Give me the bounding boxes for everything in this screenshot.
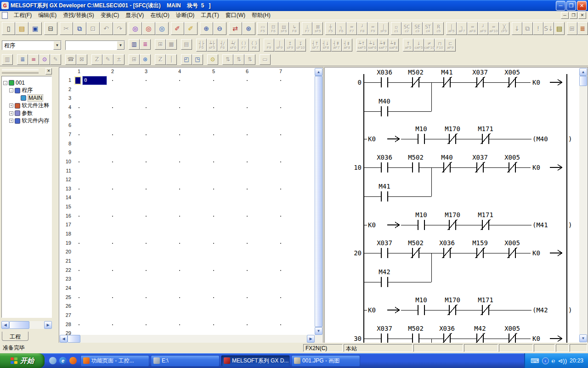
program-tree-button[interactable]: ≣ [140,39,151,50]
invert-result-button[interactable]: ↑aF5 [403,39,413,52]
debug-write-button[interactable]: ✐ [171,22,184,35]
collapse-icon[interactable]: - [9,88,13,92]
convert-pulse-button[interactable]: ↓caF5 [413,39,424,52]
tree-item-软元件注释[interactable]: +软元件注释 [9,102,49,109]
horizontal-line-input-button[interactable]: ⊓F10 [435,39,445,52]
scrollbar-thumb[interactable] [315,76,322,327]
transfer-setup-button[interactable]: ☎ [65,54,76,65]
mdi-close-button[interactable]: ✕ [578,12,586,19]
zoom-in-button[interactable]: ⊕ [200,22,213,35]
restore-button[interactable]: ❐ [566,1,576,11]
scroll-left-icon[interactable]: ◀ [1,321,9,329]
delete-line-button[interactable]: ⊏aF9 [445,39,456,52]
ladder-vscrollbar[interactable]: ▲ ▼ [579,68,588,342]
scroll-down-icon[interactable]: ▼ [315,327,322,335]
or-pulse-close2-button[interactable]: ┶⇟saF8 [388,39,399,52]
sfc-step-init-button[interactable]: ⊟F6 [268,22,278,35]
collapse-icon[interactable]: - [3,81,7,85]
sfc-comment-button[interactable]: ▫c1 [391,22,401,35]
project-tab[interactable]: 工程 [2,332,28,341]
quicklaunch-desktop-icon[interactable] [49,357,57,364]
sfc-vline-button[interactable]: │sF9 [378,22,389,35]
sfc-rule-hline2-button[interactable]: ═aF10 [488,22,499,35]
menu-在线O[interactable]: 在线(O) [147,11,172,20]
combobox-dropdown-icon-2[interactable]: ▼ [117,41,124,50]
expand-icon[interactable]: + [9,104,13,108]
sfc-simul-branch-button[interactable]: ═F7 [346,22,357,35]
volume-tray-icon[interactable]: ⊲)) [558,357,567,364]
task-paint[interactable]: 001.JPG - 画图 [291,355,360,367]
new-button[interactable]: ▯ [2,22,15,35]
scroll-down-icon[interactable]: ▼ [579,334,587,342]
or-pulse-open2-button[interactable]: ┶⇞saF7 [378,39,388,52]
block-grid-button[interactable]: ⊞ [567,22,577,35]
sfc-step-button[interactable]: ▭F5 [257,22,268,35]
pulse-open-close-button[interactable]: ┤⇞aF7 [331,39,342,52]
sfc-hscrollbar[interactable]: ◀ ▶ [60,335,315,343]
program-check-button[interactable]: ▥ [129,39,140,50]
sfc-tree-edit-button[interactable]: ≡ [28,54,39,65]
open-button[interactable]: ▤ [15,22,28,35]
find-device-button[interactable]: ◎ [142,22,155,35]
app-tray-icon[interactable]: ℮ [552,357,555,364]
block-copy-button[interactable]: ⧉ [522,22,533,35]
find-device-2-button[interactable]: ⊙ [207,54,218,65]
tree-item-程序[interactable]: -程序 [9,87,33,94]
menu-帮助H[interactable]: 帮助(H) [249,11,274,20]
sfc-step-dummy-button[interactable]: ▤sF6 [278,22,289,35]
print-button[interactable]: ⊟ [44,22,57,35]
write-program-button[interactable]: ✎ [50,54,61,65]
task-melsoft[interactable]: MELSOFT系列 GX D... [221,355,290,367]
hide-tray-icons-button[interactable]: ‹ [542,357,549,364]
scroll-up-icon[interactable]: ▲ [579,68,587,76]
block-list-button[interactable]: ▤ [554,22,565,35]
menu-变换C[interactable]: 变换(C) [97,11,123,20]
menu-诊断D[interactable]: 诊断(D) [173,11,198,20]
monitor-screen-button[interactable]: ▭ [260,54,271,65]
sfc-step-input[interactable]: 0 [82,76,107,85]
open-contact-button[interactable]: ┤├F5 [196,39,207,52]
monitor-watch-button[interactable]: ⊛ [140,54,151,65]
screen-find-button[interactable]: ⊛ [242,22,255,35]
scrollbar-thumb[interactable] [68,335,80,343]
sfc-rule-corner2-button[interactable]: ┘aF9 [478,22,488,35]
find-instruction-button[interactable]: ◎ [155,22,169,35]
program-copy-button[interactable]: ▥ [2,54,13,65]
data-name-combobox[interactable]: ▼ [65,40,125,50]
sort-both-button[interactable]: ⇅ [244,54,255,65]
window-tile-button[interactable]: ⊞ [129,54,140,65]
undo-button[interactable]: ↶ [100,22,113,35]
sfc-dummy-button[interactable]: ⊠sF5 [312,22,323,35]
sort-descend-button[interactable]: ⇅ [233,54,244,65]
sfc-rule-delete-button[interactable]: ╳cF9 [499,22,509,35]
quicklaunch-ie-icon[interactable]: e [59,357,67,364]
sort-ascend-button[interactable]: ⇅ [222,54,233,65]
sfc-sc-button[interactable]: SCc2 [401,22,412,35]
application-instruction-button[interactable]: { }F8 [249,39,260,52]
menu-编辑E[interactable]: 编辑(E) [35,11,60,20]
close-button[interactable]: ✕ [577,1,587,11]
scrollbar-thumb[interactable] [579,76,587,86]
zoom-out-button[interactable]: ⊖ [213,22,226,35]
menu-查找替换S[interactable]: 查找/替换(S) [60,11,97,20]
project-panel-close-icon[interactable]: ✕ [45,68,52,75]
scroll-up-icon[interactable]: ▲ [315,68,322,76]
comment-display-button[interactable]: ⊞ [155,39,166,50]
debug-read-button[interactable]: ✐ [184,22,198,35]
data-type-combobox[interactable]: 程序 ▼ [2,40,62,50]
sfc-se-button[interactable]: SEc3 [412,22,423,35]
menu-窗口W[interactable]: 窗口(W) [222,11,249,20]
not-equal-button[interactable]: ≠caF10 [424,39,435,52]
sfc-r-button[interactable]: Rc5 [433,22,444,35]
sfc-rule-vline-button[interactable]: │aF5 [446,22,457,35]
pulse-close-open-button[interactable]: ┤⇟aF8 [342,39,352,52]
mdi-restore-button[interactable]: ❐ [570,12,577,19]
sfc-jump-button[interactable]: ↳F8 [289,22,300,35]
mdi-document-icon[interactable] [2,12,8,19]
sfc-st-button[interactable]: STc4 [423,22,433,35]
window-jump2-button[interactable]: ◳ [192,54,203,65]
mdi-minimize-button[interactable]: ─ [561,12,569,19]
paste-button[interactable]: ⊡ [86,22,100,35]
minimize-button[interactable]: ─ [556,1,565,11]
window-jump1-button[interactable]: ◰ [181,54,192,65]
